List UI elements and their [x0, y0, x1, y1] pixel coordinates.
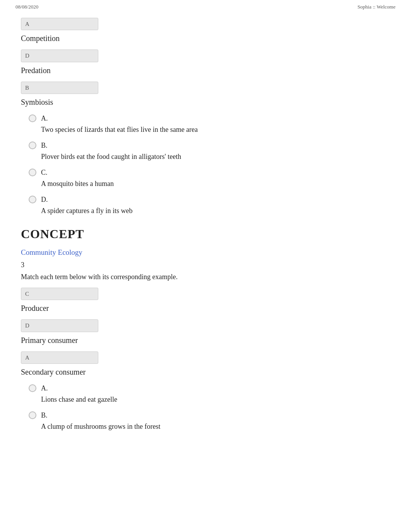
dropdown-predation[interactable]: D: [21, 49, 98, 62]
option-a-text: Two species of lizards that eat flies li…: [41, 124, 198, 135]
option-d-letter: D.: [41, 194, 132, 205]
concept1-terms: A Competition D Predation B Symbiosis: [21, 18, 390, 108]
option-c: C. A mosquito bites a human: [29, 167, 390, 189]
dropdown-primary-consumer[interactable]: D: [21, 319, 98, 332]
concept2-section: CONCEPT Community Ecology 3 Match each t…: [21, 225, 390, 432]
radio-b[interactable]: [29, 142, 36, 149]
radio-c[interactable]: [29, 169, 36, 176]
option-b: B. Plover birds eat the food caught in a…: [29, 140, 390, 162]
radio-d[interactable]: [29, 196, 36, 203]
option2-a: A. Lions chase and eat gazelle: [29, 383, 390, 405]
main-content: A Competition D Predation B Symbiosis A.…: [0, 14, 411, 453]
dropdown-secondary-consumer[interactable]: A: [21, 351, 98, 364]
term-block-producer: C Producer: [21, 288, 390, 314]
term-producer: Producer: [21, 302, 390, 314]
concept2-link[interactable]: Community Ecology: [21, 248, 82, 256]
dropdown-competition[interactable]: A: [21, 18, 98, 31]
term-predation: Predation: [21, 65, 390, 76]
header-user: Sophia :: Welcome: [358, 3, 396, 11]
option-d: D. A spider captures a fly in its web: [29, 194, 390, 216]
concept2-question: Match each term below with its correspon…: [21, 272, 390, 282]
concept1-options: A. Two species of lizards that eat flies…: [21, 113, 390, 216]
option2-a-text: Lions chase and eat gazelle: [41, 394, 117, 405]
option-b-text: Plover birds eat the food caught in alli…: [41, 152, 181, 162]
term-block-predation: D Predation: [21, 49, 390, 76]
header: 08/08/2020 Sophia :: Welcome: [0, 0, 411, 14]
dropdown-symbiosis[interactable]: B: [21, 82, 98, 94]
term-block-primary-consumer: D Primary consumer: [21, 319, 390, 346]
term-secondary-consumer: Secondary consumer: [21, 366, 390, 378]
concept2-number: 3: [21, 260, 390, 270]
option-b-letter: B.: [41, 140, 181, 151]
term-block-competition: A Competition: [21, 18, 390, 44]
concept2-terms: C Producer D Primary consumer A Secondar…: [21, 288, 390, 378]
option2-b: B. A clump of mushrooms grows in the for…: [29, 410, 390, 432]
option2-a-letter: A.: [41, 383, 117, 394]
radio2-b[interactable]: [29, 411, 36, 419]
term-competition: Competition: [21, 32, 390, 44]
option-d-text: A spider captures a fly in its web: [41, 206, 132, 216]
dropdown-producer[interactable]: C: [21, 288, 98, 300]
option-a: A. Two species of lizards that eat flies…: [29, 113, 390, 135]
option-c-letter: C.: [41, 167, 114, 178]
header-date: 08/08/2020: [15, 3, 38, 11]
concept2-options: A. Lions chase and eat gazelle B. A clum…: [21, 383, 390, 432]
option-a-letter: A.: [41, 113, 198, 124]
radio-a[interactable]: [29, 114, 36, 122]
radio2-a[interactable]: [29, 384, 36, 392]
term-primary-consumer: Primary consumer: [21, 334, 390, 346]
term-block-symbiosis: B Symbiosis: [21, 82, 390, 108]
term-symbiosis: Symbiosis: [21, 96, 390, 108]
option2-b-letter: B.: [41, 410, 160, 421]
term-block-secondary-consumer: A Secondary consumer: [21, 351, 390, 378]
option2-b-text: A clump of mushrooms grows in the forest: [41, 421, 160, 432]
option-c-text: A mosquito bites a human: [41, 179, 114, 189]
concept2-heading: CONCEPT: [21, 225, 390, 243]
